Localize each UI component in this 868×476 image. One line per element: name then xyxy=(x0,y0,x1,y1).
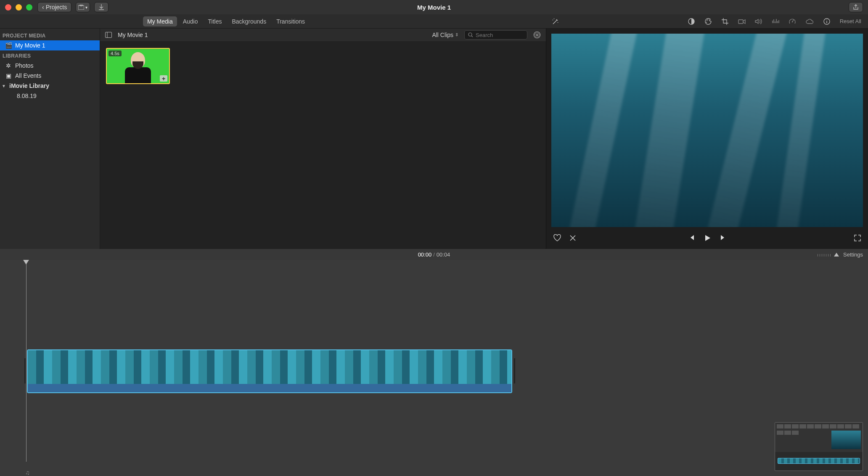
add-clip-button[interactable]: + xyxy=(160,75,167,82)
svg-rect-9 xyxy=(106,32,112,38)
enhance-wand-button[interactable] xyxy=(552,18,559,25)
tab-my-media[interactable]: My Media xyxy=(143,16,177,26)
reset-all-button[interactable]: Reset All xyxy=(840,18,861,24)
total-time: 00:04 xyxy=(437,251,450,258)
photos-icon: ✲ xyxy=(5,62,12,69)
color-correction-button[interactable] xyxy=(704,18,712,25)
sidebar-item-label: My Movie 1 xyxy=(15,42,45,49)
prev-frame-button[interactable] xyxy=(688,234,695,242)
tabs-row: My Media Audio Titles Backgrounds Transi… xyxy=(0,14,868,29)
clip-end-marker[interactable] xyxy=(514,358,515,383)
info-button[interactable] xyxy=(823,18,831,25)
noise-reduction-button[interactable] xyxy=(772,18,779,25)
sidebar-item-label: All Events xyxy=(15,72,41,79)
import-media-button[interactable]: ▾ xyxy=(76,2,90,12)
equalizer-icon xyxy=(772,18,779,25)
fullscreen-button[interactable] xyxy=(854,234,861,242)
plus-icon: + xyxy=(162,75,165,82)
sidebar-item-label: 8.08.19 xyxy=(17,93,37,99)
media-breadcrumb: My Movie 1 xyxy=(118,32,148,38)
tab-backgrounds[interactable]: Backgrounds xyxy=(228,16,270,26)
speedometer-icon xyxy=(789,18,796,25)
updown-chevron-icon: ⇳ xyxy=(455,33,458,37)
sidebar-item-label: iMovie Library xyxy=(9,82,49,89)
titlebar: ‹ Projects ▾ My Movie 1 xyxy=(0,0,868,14)
sidebar-header-libraries: LIBRARIES xyxy=(0,50,100,61)
share-button[interactable] xyxy=(849,2,863,12)
tab-titles[interactable]: Titles xyxy=(204,16,226,26)
favorite-button[interactable] xyxy=(553,234,561,242)
sidebar-item-imovie-library[interactable]: ▼ iMovie Library xyxy=(0,81,100,91)
tab-audio[interactable]: Audio xyxy=(179,16,202,26)
clip-filter-label: All Clips xyxy=(432,32,453,38)
camera-icon xyxy=(738,19,746,24)
close-window-button[interactable] xyxy=(5,4,11,11)
play-button[interactable] xyxy=(704,234,711,242)
sidebar-item-event-date[interactable]: 8.08.19 xyxy=(0,91,100,101)
preview-controls xyxy=(546,227,868,249)
fullscreen-icon xyxy=(854,234,861,242)
clip-thumbnail-image xyxy=(124,52,152,84)
clip-filter-button[interactable] xyxy=(805,19,814,24)
skip-back-icon xyxy=(688,234,695,241)
sidebar-header-project-media: PROJECT MEDIA xyxy=(0,30,100,40)
svg-rect-6 xyxy=(738,20,743,24)
clip-start-marker[interactable] xyxy=(24,358,26,383)
crop-icon xyxy=(721,18,729,25)
zoom-knob-icon xyxy=(834,253,839,257)
time-separator: / xyxy=(433,251,435,258)
download-button[interactable] xyxy=(94,2,108,12)
gear-icon xyxy=(533,31,541,39)
toggle-sidebar-button[interactable] xyxy=(105,32,112,38)
zoom-slider[interactable] xyxy=(818,253,839,257)
preview-viewer[interactable] xyxy=(551,34,863,227)
timeline-overview-thumbnail[interactable] xyxy=(775,422,863,471)
window-controls xyxy=(5,4,32,11)
back-to-projects-button[interactable]: ‹ Projects xyxy=(37,2,71,12)
timeline-settings-button[interactable]: Settings xyxy=(843,251,863,258)
sidebar-item-my-movie[interactable]: 🎬 My Movie 1 xyxy=(0,40,100,50)
search-icon xyxy=(468,32,473,37)
tab-transitions[interactable]: Transitions xyxy=(272,16,309,26)
events-icon: ▣ xyxy=(5,72,12,79)
search-field[interactable] xyxy=(464,30,527,40)
current-time: 00:00 xyxy=(418,251,432,258)
clapperboard-icon: 🎬 xyxy=(5,42,12,49)
color-balance-button[interactable] xyxy=(688,18,695,25)
skip-forward-icon xyxy=(720,234,726,241)
wand-icon xyxy=(552,18,559,25)
chevron-left-icon: ‹ xyxy=(42,4,44,11)
minimize-window-button[interactable] xyxy=(16,4,22,11)
sidebar-item-photos[interactable]: ✲ Photos xyxy=(0,61,100,71)
window-title: My Movie 1 xyxy=(417,4,451,11)
download-icon xyxy=(99,4,104,10)
main-row: PROJECT MEDIA 🎬 My Movie 1 LIBRARIES ✲ P… xyxy=(0,29,868,249)
timeline-clip[interactable] xyxy=(27,349,512,393)
crop-button[interactable] xyxy=(721,18,729,25)
clip-audio-track xyxy=(28,384,511,393)
maximize-window-button[interactable] xyxy=(26,4,32,11)
reject-button[interactable] xyxy=(569,234,577,242)
share-icon xyxy=(853,4,859,10)
sidebar-item-all-events[interactable]: ▣ All Events xyxy=(0,71,100,81)
svg-point-7 xyxy=(791,21,792,22)
clip-filter-dropdown[interactable]: All Clips ⇳ xyxy=(432,32,458,38)
svg-point-5 xyxy=(706,22,707,23)
next-frame-button[interactable] xyxy=(720,234,726,242)
search-input[interactable] xyxy=(476,32,524,38)
preview-pane xyxy=(546,29,868,249)
stabilization-button[interactable] xyxy=(738,19,746,24)
disclosure-triangle-icon[interactable]: ▼ xyxy=(2,84,6,88)
sidebar: PROJECT MEDIA 🎬 My Movie 1 LIBRARIES ✲ P… xyxy=(0,29,100,249)
media-clip[interactable]: 4.5s + xyxy=(106,48,170,84)
media-browser: My Movie 1 All Clips ⇳ 4.5s xyxy=(100,29,546,249)
clip-duration-badge: 4.5s xyxy=(108,50,122,56)
browser-options-button[interactable] xyxy=(533,31,541,39)
speed-button[interactable] xyxy=(789,18,796,25)
playhead[interactable] xyxy=(26,260,26,462)
timeline[interactable]: ♫ xyxy=(0,260,868,476)
clip-video-track xyxy=(28,350,511,384)
volume-button[interactable] xyxy=(755,18,762,25)
heart-icon xyxy=(553,234,561,242)
cloud-icon xyxy=(805,19,814,24)
